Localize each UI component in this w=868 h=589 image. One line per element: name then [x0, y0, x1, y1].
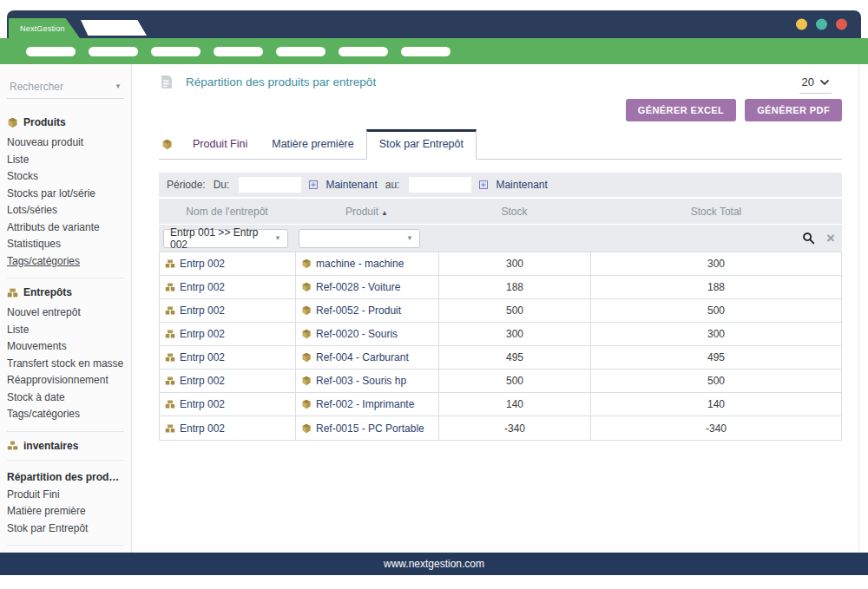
table-row[interactable]: Entrp 002 Ref-0015 - PC Portable -340 -3…	[160, 416, 841, 440]
sidebar: Rechercher ▼ Produits Nouveau produit Li…	[0, 64, 132, 553]
nav-pill-1[interactable]	[26, 47, 76, 56]
sidebar-item-nouvel-entrepot[interactable]: Nouvel entrepôt	[7, 304, 124, 322]
search-icon[interactable]	[802, 232, 815, 245]
stock-cell: 140	[439, 393, 591, 416]
table-row[interactable]: Entrp 002 Ref-0028 - Voiture 188 188	[160, 276, 841, 299]
column-header-produit[interactable]: Produit▲	[295, 206, 438, 218]
sidebar-item-lots-series[interactable]: Lots/séries	[7, 202, 124, 219]
date-to-now-link[interactable]: Maintenant	[496, 179, 547, 191]
sidebar-item-liste-entrepots[interactable]: Liste	[7, 322, 124, 339]
nav-pill-2[interactable]	[89, 47, 138, 56]
produit-cell: Ref-002 - Imprimante	[316, 398, 414, 410]
sidebar-divider	[7, 460, 124, 461]
box-icon	[301, 305, 312, 316]
date-from-now-link[interactable]: Maintenant	[326, 179, 377, 191]
stock-cell: 300	[439, 323, 591, 345]
date-to-label: au:	[385, 179, 400, 191]
sidebar-search-select[interactable]: Rechercher ▼	[7, 78, 124, 99]
clear-filter-icon[interactable]: ×	[826, 231, 835, 245]
stock-total-cell: 500	[591, 299, 841, 322]
entrepot-cell: Entrp 002	[180, 304, 225, 317]
periode-label: Période:	[167, 179, 206, 191]
stock-cell: 188	[439, 276, 591, 298]
page-size-select[interactable]: 20	[799, 75, 832, 94]
window-dot-teal[interactable]	[816, 19, 827, 30]
table-row[interactable]: Entrp 002 Ref-004 - Carburant 495 495	[160, 346, 841, 370]
chevron-down-icon	[820, 80, 829, 85]
warehouse-icon	[165, 399, 175, 409]
sidebar-item-transfert-stock[interactable]: Transfert stock en masse	[7, 356, 124, 373]
nav-pill-6[interactable]	[339, 47, 388, 56]
tab-stok-par-entrepot[interactable]: Stok par Entrepôt	[366, 129, 477, 160]
sidebar-divider	[7, 431, 124, 432]
window-dot-red[interactable]	[836, 19, 847, 30]
warehouse-icon	[165, 329, 175, 339]
sidebar-item-reapprovisionnement[interactable]: Réapprovisionnement	[7, 372, 124, 389]
sidebar-divider	[7, 545, 124, 546]
sidebar-item-matiere-premiere[interactable]: Matière première	[7, 503, 124, 520]
sidebar-item-stocks[interactable]: Stocks	[7, 168, 124, 186]
sidebar-item-produit-fini[interactable]: Produit Fini	[7, 487, 124, 504]
produit-cell: Ref-003 - Souris hp	[316, 375, 406, 387]
page-title-text: Répartition des produits par entrepôt	[186, 75, 376, 88]
entrepot-cell: Entrp 002	[180, 328, 225, 340]
app-window: NextGestion Rechercher ▼ Produits	[0, 0, 868, 589]
entrepot-cell: Entrp 002	[180, 375, 225, 387]
calendar-picker-icon[interactable]	[479, 180, 488, 189]
column-header-entrepot[interactable]: Nom de l'entrepôt	[159, 206, 295, 218]
sidebar-item-stock-a-date[interactable]: Stock à date	[7, 389, 124, 407]
window-dot-yellow[interactable]	[796, 19, 807, 30]
generate-pdf-button[interactable]: GÉNÉRER PDF	[745, 99, 842, 121]
section-title-label: Entrepôts	[23, 286, 72, 298]
stock-cell: 300	[439, 252, 591, 275]
warehouse-icon	[165, 259, 175, 269]
entrepot-filter-select[interactable]: Entrp 001 >> Entrp 002 ▼	[163, 229, 288, 248]
report-tabs: Produit Fini Matière première Stok par E…	[159, 129, 842, 160]
nav-pill-5[interactable]	[276, 47, 326, 56]
table-row[interactable]: Entrp 002 machine - machine 300 300	[160, 252, 841, 276]
tab-produit-fini[interactable]: Produit Fini	[181, 130, 260, 159]
calendar-picker-icon[interactable]	[309, 180, 318, 189]
column-header-stock[interactable]: Stock	[438, 206, 590, 218]
date-from-label: Du:	[214, 179, 230, 191]
section-title-label: Produits	[23, 116, 66, 128]
stock-total-cell: 140	[591, 393, 841, 416]
sidebar-item-liste-produits[interactable]: Liste	[7, 152, 124, 169]
generate-excel-button[interactable]: GÉNÉRER EXCEL	[626, 99, 736, 121]
sidebar-item-attributs-variante[interactable]: Attributs de variante	[7, 219, 124, 237]
periode-bar: Période: Du: Maintenant au: Maintenant	[159, 173, 842, 197]
sidebar-item-tags-categories-produits[interactable]: Tags/catégories	[7, 253, 124, 271]
sidebar-item-stocks-lot-serie[interactable]: Stocks par lot/série	[7, 186, 124, 203]
brand-tab[interactable]: NextGestion	[9, 18, 80, 38]
column-header-stock-total[interactable]: Stock Total	[590, 206, 842, 218]
section-title-label: inventaires	[23, 440, 78, 452]
nav-pill-3[interactable]	[151, 47, 201, 56]
produit-cell: Ref-0020 - Souris	[316, 328, 398, 340]
nav-pill-7[interactable]	[401, 47, 450, 56]
warehouse-icon	[165, 282, 175, 292]
box-icon	[161, 139, 173, 150]
entrepot-cell: Entrp 002	[180, 351, 225, 363]
sidebar-item-statistiques[interactable]: Statistiques	[7, 236, 124, 253]
table-row[interactable]: Entrp 002 Ref-003 - Souris hp 500 500	[160, 370, 841, 393]
produit-filter-select[interactable]: ▼	[299, 229, 420, 248]
sort-asc-icon: ▲	[381, 209, 388, 217]
inventory-icon	[7, 440, 18, 451]
sidebar-item-tags-categories-entrepots[interactable]: Tags/catégories	[7, 406, 124, 423]
date-from-input[interactable]	[239, 177, 301, 193]
sidebar-item-repartition-produits[interactable]: Répartition des produit...	[7, 468, 124, 487]
tab-matiere-premiere[interactable]: Matière première	[260, 130, 365, 159]
main-navbar	[0, 38, 868, 64]
table-row[interactable]: Entrp 002 Ref-0052 - Produit 500 500	[160, 299, 841, 323]
sidebar-item-stok-par-entrepot[interactable]: Stok par Entrepôt	[7, 520, 124, 538]
sidebar-item-mouvements[interactable]: Mouvements	[7, 338, 124, 356]
sidebar-item-nouveau-produit[interactable]: Nouveau produit	[7, 134, 124, 152]
table-row[interactable]: Entrp 002 Ref-002 - Imprimante 140 140	[160, 393, 841, 416]
box-icon	[301, 352, 312, 363]
nav-pill-4[interactable]	[214, 47, 263, 56]
stock-total-cell: 300	[591, 252, 841, 275]
table-row[interactable]: Entrp 002 Ref-0020 - Souris 300 300	[160, 323, 841, 346]
box-icon	[301, 329, 312, 339]
date-to-input[interactable]	[409, 177, 471, 193]
table-header-row: Nom de l'entrepôt Produit▲ Stock Stock T…	[159, 199, 842, 224]
